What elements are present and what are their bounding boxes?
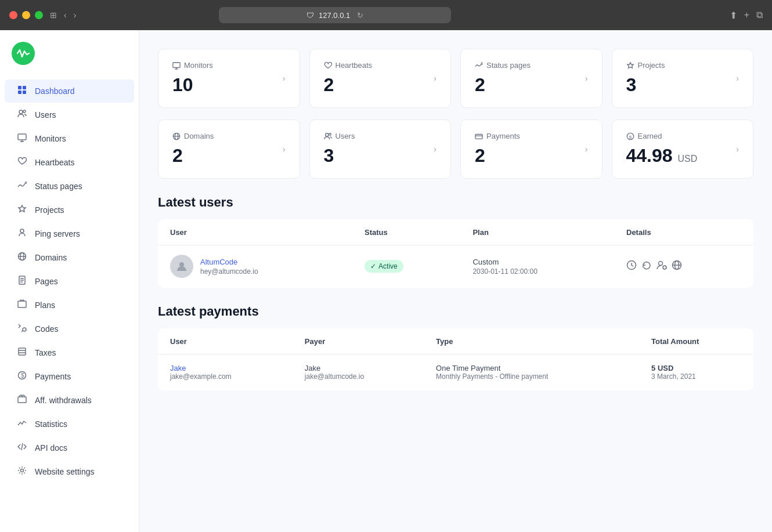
- close-button[interactable]: [9, 11, 17, 19]
- status-pages-stat-icon: [475, 61, 483, 70]
- stat-value-projects: 3: [626, 74, 665, 96]
- history-icon[interactable]: [641, 260, 652, 273]
- pay-type-cell: One Time Payment Monthly Payments - Offl…: [424, 354, 640, 390]
- stat-label-earned: Earned: [638, 132, 662, 140]
- forward-button[interactable]: ›: [74, 10, 77, 20]
- sidebar-nav: Dashboard Users Monitors Heartbeats: [0, 74, 139, 532]
- stat-card-payments[interactable]: Payments 2 ›: [460, 120, 603, 179]
- sidebar-label-website-settings: Website settings: [35, 467, 94, 476]
- user-settings-icon[interactable]: [656, 260, 667, 273]
- stat-card-users[interactable]: Users 3 ›: [309, 120, 452, 179]
- sidebar-item-codes[interactable]: Codes: [5, 317, 134, 341]
- stats-row-1: Monitors 10 › Heartbeats 2 ›: [158, 49, 753, 108]
- sidebar-label-domains: Domains: [35, 253, 67, 262]
- address-bar[interactable]: 🛡 127.0.0.1 ↻: [219, 7, 451, 23]
- svg-point-7: [20, 229, 24, 233]
- sidebar-toggle[interactable]: ⊞: [50, 10, 57, 20]
- sidebar-item-users[interactable]: Users: [5, 103, 134, 126]
- col-user: User: [158, 220, 353, 245]
- sidebar-label-api-docs: API docs: [35, 443, 67, 453]
- svg-line-23: [21, 443, 23, 450]
- stat-card-status-pages[interactable]: Status pages 2 ›: [460, 49, 603, 108]
- svg-point-5: [23, 110, 26, 113]
- dashboard-icon: [16, 85, 28, 97]
- heartbeats-stat-icon: [324, 61, 332, 70]
- payments-table-body: Jake jake@example.com Jake jake@altumcod…: [158, 354, 753, 390]
- sidebar-item-domains[interactable]: Domains: [5, 246, 134, 269]
- latest-payments-title: Latest payments: [158, 304, 753, 319]
- user-status-cell: ✓ Active: [353, 245, 461, 288]
- new-tab-icon[interactable]: +: [744, 10, 749, 21]
- stat-card-heartbeats[interactable]: Heartbeats 2 ›: [309, 49, 452, 108]
- codes-icon: [16, 323, 28, 335]
- user-cell: AltumCode hey@altumcode.io: [158, 245, 353, 288]
- sidebar-item-plans[interactable]: Plans: [5, 294, 134, 317]
- stat-label-heartbeats: Heartbeats: [336, 61, 373, 70]
- projects-stat-icon: [626, 61, 634, 70]
- earned-stat-icon: $: [626, 132, 634, 140]
- sidebar-item-taxes[interactable]: Taxes: [5, 341, 134, 364]
- sidebar-item-status-pages[interactable]: Status pages: [5, 175, 134, 198]
- svg-point-4: [19, 110, 23, 114]
- sidebar-item-website-settings[interactable]: Website settings: [5, 460, 134, 483]
- sidebar-item-ping-servers[interactable]: Ping servers: [5, 222, 134, 245]
- stat-label-status-pages: Status pages: [486, 61, 531, 70]
- svg-point-29: [325, 133, 328, 136]
- pay-payer-cell: Jake jake@altumcode.io: [293, 354, 424, 390]
- sidebar-item-api-docs[interactable]: API docs: [5, 436, 134, 459]
- earned-arrow-icon: ›: [736, 144, 739, 154]
- pay-col-type: Type: [424, 329, 640, 354]
- col-status: Status: [353, 220, 461, 245]
- stat-card-monitors[interactable]: Monitors 10 ›: [158, 49, 300, 108]
- payments-stat-icon: [475, 132, 483, 140]
- user-name[interactable]: AltumCode: [200, 258, 258, 266]
- minimize-button[interactable]: [22, 11, 30, 19]
- sidebar-item-dashboard[interactable]: Dashboard: [5, 79, 134, 103]
- sidebar-item-pages[interactable]: Pages: [5, 270, 134, 293]
- domains-stat-icon: [172, 132, 181, 140]
- main-content: Monitors 10 › Heartbeats 2 ›: [139, 30, 772, 532]
- tabs-icon[interactable]: ⧉: [756, 10, 763, 21]
- payment-user-name[interactable]: Jake: [170, 364, 282, 372]
- stat-value-users: 3: [324, 145, 355, 167]
- svg-rect-17: [19, 348, 26, 355]
- sidebar-item-aff-withdrawals[interactable]: Aff. withdrawals: [5, 389, 134, 412]
- stat-card-domains[interactable]: Domains 2 ›: [158, 120, 300, 179]
- sidebar-logo: [0, 30, 139, 74]
- svg-rect-1: [23, 86, 26, 89]
- sidebar-item-heartbeats[interactable]: Heartbeats: [5, 151, 134, 174]
- sidebar-item-payments[interactable]: $ Payments: [5, 365, 134, 388]
- sidebar-label-pages: Pages: [35, 277, 58, 286]
- taxes-icon: [16, 347, 28, 359]
- sidebar-label-monitors: Monitors: [35, 134, 66, 143]
- share-icon[interactable]: ⬆: [730, 10, 737, 21]
- sidebar-label-status-pages: Status pages: [35, 182, 82, 191]
- stat-label-domains: Domains: [184, 132, 214, 140]
- clock-icon[interactable]: [626, 260, 637, 273]
- fullscreen-button[interactable]: [35, 11, 43, 19]
- sidebar-item-monitors[interactable]: Monitors: [5, 127, 134, 150]
- payment-type: One Time Payment: [436, 364, 628, 372]
- globe-icon[interactable]: [672, 260, 682, 273]
- svg-rect-6: [18, 134, 26, 140]
- checkmark-icon: ✓: [370, 262, 376, 270]
- latest-users-title: Latest users: [158, 195, 753, 210]
- statistics-icon: [16, 418, 28, 430]
- stat-card-earned[interactable]: $ Earned 44.98 USD ›: [612, 120, 754, 179]
- stat-label-projects: Projects: [638, 61, 665, 70]
- user-plan-cell: Custom 2030-01-11 02:00:00: [461, 245, 615, 288]
- svg-point-35: [179, 262, 184, 267]
- sidebar-item-statistics[interactable]: Statistics: [5, 412, 134, 436]
- sidebar-item-projects[interactable]: Projects: [5, 198, 134, 222]
- stat-value-domains: 2: [172, 145, 214, 167]
- stat-card-projects[interactable]: Projects 3 ›: [612, 49, 754, 108]
- stats-row-2: Domains 2 › Users 3 ›: [158, 120, 753, 179]
- sidebar-label-users: Users: [35, 110, 56, 120]
- sidebar-label-ping-servers: Ping servers: [35, 229, 80, 238]
- payments-icon: $: [16, 371, 28, 382]
- stat-value-payments: 2: [475, 145, 520, 167]
- api-docs-icon: [16, 442, 28, 454]
- user-details-cell: [615, 245, 753, 288]
- back-button[interactable]: ‹: [64, 10, 67, 20]
- stat-content-monitors: Monitors 10: [172, 61, 213, 96]
